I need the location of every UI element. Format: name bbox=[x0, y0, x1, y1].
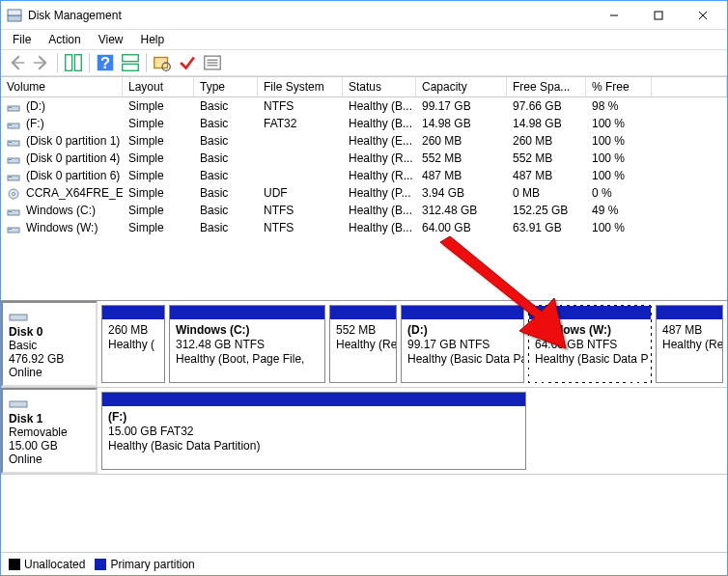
svg-rect-34 bbox=[10, 315, 27, 320]
view-graphical-button[interactable] bbox=[119, 51, 142, 74]
partition[interactable]: (D:)99.17 GB NTFSHealthy (Basic Data Pa bbox=[401, 305, 524, 383]
disk-partitions: 260 MBHealthy (Windows (C:)312.48 GB NTF… bbox=[98, 301, 727, 387]
svg-rect-27 bbox=[9, 177, 12, 178]
drive-icon bbox=[7, 171, 22, 182]
svg-point-29 bbox=[13, 192, 15, 195]
partition-stripe bbox=[657, 306, 722, 319]
svg-rect-26 bbox=[8, 176, 19, 180]
volume-row[interactable]: Windows (C:)SimpleBasicNTFSHealthy (B...… bbox=[1, 202, 727, 219]
volume-row[interactable]: CCRA_X64FRE_EN...SimpleBasicUDFHealthy (… bbox=[1, 184, 727, 202]
maximize-button[interactable] bbox=[636, 1, 681, 30]
swatch-blue-icon bbox=[95, 559, 106, 570]
svg-rect-33 bbox=[9, 229, 12, 230]
partition-stripe bbox=[102, 306, 164, 319]
forward-button[interactable] bbox=[30, 51, 53, 74]
svg-rect-18 bbox=[8, 106, 19, 111]
drive-icon bbox=[7, 206, 22, 217]
svg-rect-22 bbox=[8, 141, 19, 146]
toolbar-separator bbox=[89, 53, 90, 72]
menu-view[interactable]: View bbox=[91, 31, 131, 48]
svg-rect-20 bbox=[8, 123, 19, 128]
partition-stripe bbox=[102, 393, 525, 406]
disk-icon bbox=[9, 309, 28, 322]
toolbar: ? bbox=[1, 49, 727, 76]
partition-stripe bbox=[170, 306, 324, 319]
col-pctfree[interactable]: % Free bbox=[586, 77, 652, 96]
menubar: File Action View Help bbox=[1, 30, 727, 49]
partition[interactable]: 487 MBHealthy (Re bbox=[656, 305, 723, 383]
svg-rect-1 bbox=[8, 10, 21, 15]
svg-rect-10 bbox=[123, 55, 139, 62]
volume-row[interactable]: Windows (W:)SimpleBasicNTFSHealthy (B...… bbox=[1, 219, 727, 236]
partition[interactable]: Windows (W:)64.00 GB NTFSHealthy (Basic … bbox=[528, 305, 652, 383]
col-spacer bbox=[652, 77, 727, 96]
svg-text:?: ? bbox=[100, 54, 110, 71]
svg-rect-23 bbox=[9, 142, 12, 143]
apply-button[interactable] bbox=[176, 51, 199, 74]
back-button[interactable] bbox=[5, 51, 28, 74]
partition[interactable]: 552 MBHealthy (Re bbox=[329, 305, 397, 383]
toolbar-separator bbox=[57, 53, 58, 72]
partition-stripe bbox=[330, 306, 396, 319]
volume-list[interactable]: (D:)SimpleBasicNTFSHealthy (B...99.17 GB… bbox=[1, 97, 727, 300]
properties-button[interactable] bbox=[201, 51, 224, 74]
disk-icon bbox=[9, 396, 28, 409]
disk-row: Disk 0Basic476.92 GBOnline260 MBHealthy … bbox=[1, 301, 727, 388]
disk-partitions: (F:)15.00 GB FAT32Healthy (Basic Data Pa… bbox=[98, 388, 727, 474]
drive-icon bbox=[7, 223, 22, 234]
disk-label[interactable]: Disk 1Removable15.00 GBOnline bbox=[1, 388, 98, 474]
partition[interactable]: 260 MBHealthy ( bbox=[101, 305, 165, 383]
window-title: Disk Management bbox=[28, 9, 592, 22]
svg-rect-21 bbox=[9, 124, 12, 125]
minimize-button[interactable] bbox=[592, 1, 636, 30]
col-freespace[interactable]: Free Spa... bbox=[507, 77, 586, 96]
svg-rect-24 bbox=[8, 158, 19, 163]
settings-button[interactable] bbox=[151, 51, 174, 74]
drive-icon bbox=[7, 119, 22, 130]
close-button[interactable] bbox=[681, 1, 725, 30]
svg-rect-3 bbox=[655, 12, 662, 19]
volume-row[interactable]: (Disk 0 partition 1)SimpleBasicHealthy (… bbox=[1, 132, 727, 150]
window-titlebar: Disk Management bbox=[1, 1, 727, 30]
help-button[interactable]: ? bbox=[94, 51, 117, 74]
drive-icon bbox=[7, 101, 22, 113]
disk-management-icon bbox=[7, 8, 22, 23]
svg-rect-30 bbox=[8, 210, 19, 215]
drive-icon bbox=[7, 153, 22, 165]
toolbar-separator bbox=[146, 53, 147, 72]
svg-rect-32 bbox=[8, 228, 19, 233]
svg-rect-31 bbox=[9, 211, 12, 212]
disk-label[interactable]: Disk 0Basic476.92 GBOnline bbox=[1, 301, 98, 387]
legend: Unallocated Primary partition bbox=[1, 552, 727, 575]
svg-rect-11 bbox=[123, 64, 139, 70]
menu-help[interactable]: Help bbox=[133, 31, 173, 48]
col-capacity[interactable]: Capacity bbox=[416, 77, 507, 96]
drive-icon bbox=[7, 136, 22, 148]
disk-map: Disk 0Basic476.92 GBOnline260 MBHealthy … bbox=[1, 300, 727, 475]
svg-rect-19 bbox=[9, 107, 12, 108]
menu-file[interactable]: File bbox=[5, 31, 39, 48]
col-type[interactable]: Type bbox=[194, 77, 258, 96]
volume-row[interactable]: (Disk 0 partition 4)SimpleBasicHealthy (… bbox=[1, 150, 727, 167]
svg-rect-35 bbox=[10, 401, 27, 407]
volume-row[interactable]: (Disk 0 partition 6)SimpleBasicHealthy (… bbox=[1, 167, 727, 184]
partition[interactable]: Windows (C:)312.48 GB NTFSHealthy (Boot,… bbox=[169, 305, 325, 383]
view-list-button[interactable] bbox=[62, 51, 85, 74]
disk-row: Disk 1Removable15.00 GBOnline(F:)15.00 G… bbox=[1, 388, 727, 475]
volume-row[interactable]: (D:)SimpleBasicNTFSHealthy (B...99.17 GB… bbox=[1, 97, 727, 115]
partition[interactable]: (F:)15.00 GB FAT32Healthy (Basic Data Pa… bbox=[101, 392, 526, 470]
col-layout[interactable]: Layout bbox=[123, 77, 194, 96]
legend-unallocated: Unallocated bbox=[9, 558, 85, 571]
col-volume[interactable]: Volume bbox=[1, 77, 123, 96]
svg-rect-25 bbox=[9, 159, 12, 160]
menu-action[interactable]: Action bbox=[41, 31, 88, 48]
col-status[interactable]: Status bbox=[343, 77, 416, 96]
col-filesystem[interactable]: File System bbox=[258, 77, 343, 96]
legend-primary: Primary partition bbox=[95, 558, 194, 571]
svg-rect-7 bbox=[74, 55, 81, 71]
volume-row[interactable]: (F:)SimpleBasicFAT32Healthy (B...14.98 G… bbox=[1, 115, 727, 132]
svg-rect-0 bbox=[8, 15, 21, 21]
drive-icon bbox=[7, 188, 22, 200]
partition-stripe bbox=[402, 306, 523, 319]
swatch-black-icon bbox=[9, 559, 20, 570]
